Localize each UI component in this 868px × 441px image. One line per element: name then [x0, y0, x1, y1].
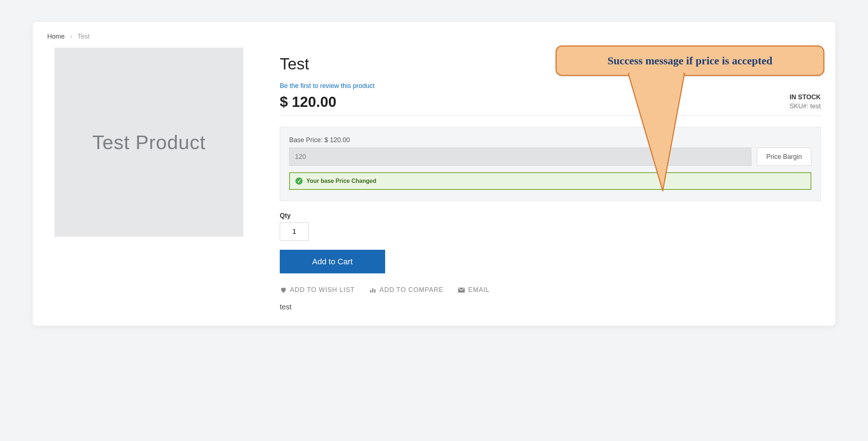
check-icon: ✓	[295, 177, 303, 185]
bargain-button[interactable]: Price Bargin	[757, 148, 811, 166]
product-title: Test	[280, 55, 821, 73]
bar-chart-icon	[369, 286, 376, 294]
email-label: EMAIL	[468, 286, 489, 294]
bargain-price-input[interactable]	[289, 148, 751, 166]
product-image-text: Test Product	[92, 131, 206, 153]
review-link[interactable]: Be the first to review this product	[280, 82, 375, 90]
compare-label: ADD TO COMPARE	[379, 286, 443, 294]
compare-link[interactable]: ADD TO COMPARE	[369, 286, 443, 294]
svg-rect-2	[370, 290, 371, 293]
breadcrumb-current: Test	[78, 33, 90, 40]
svg-rect-4	[375, 289, 376, 292]
base-price-label: Base Price: $ 120.00	[289, 136, 811, 144]
product-price: $ 120.00	[280, 94, 336, 110]
add-to-cart-button[interactable]: Add to Cart	[280, 250, 385, 273]
bargain-section: Base Price: $ 120.00 Price Bargin ✓ Your…	[280, 127, 821, 201]
sku-row: SKU#: test	[790, 103, 821, 110]
product-page-card: Success message if price is accepted Hom…	[33, 22, 835, 326]
success-message-text: Your base Price Changed	[306, 178, 376, 184]
product-actions: ADD TO WISH LIST ADD TO COMPARE EMAIL	[280, 286, 821, 294]
product-description: test	[280, 303, 821, 311]
qty-input[interactable]	[280, 222, 309, 241]
product-content: Test Product Test Be the first to review…	[47, 48, 821, 311]
product-image-placeholder: Test Product	[54, 48, 243, 237]
stock-info: IN STOCK SKU#: test	[790, 93, 821, 110]
mail-icon	[458, 286, 465, 294]
breadcrumb: Home › Test	[47, 33, 821, 40]
svg-rect-3	[372, 288, 374, 293]
wishlist-link[interactable]: ADD TO WISH LIST	[280, 286, 355, 294]
email-link[interactable]: EMAIL	[458, 286, 489, 294]
chevron-right-icon: ›	[70, 33, 72, 40]
sku-label: SKU#:	[790, 103, 808, 110]
product-info: Test Be the first to review this product…	[280, 48, 821, 311]
bargain-row: Price Bargin	[289, 148, 811, 166]
success-message: ✓ Your base Price Changed	[289, 172, 811, 190]
breadcrumb-home[interactable]: Home	[47, 33, 65, 40]
stock-status: IN STOCK	[790, 93, 821, 101]
heart-icon	[280, 286, 287, 294]
price-stock-row: $ 120.00 IN STOCK SKU#: test	[280, 93, 821, 116]
sku-value: test	[810, 103, 821, 110]
product-media: Test Product	[47, 48, 251, 311]
qty-label: Qty	[280, 212, 821, 220]
wishlist-label: ADD TO WISH LIST	[290, 286, 355, 294]
